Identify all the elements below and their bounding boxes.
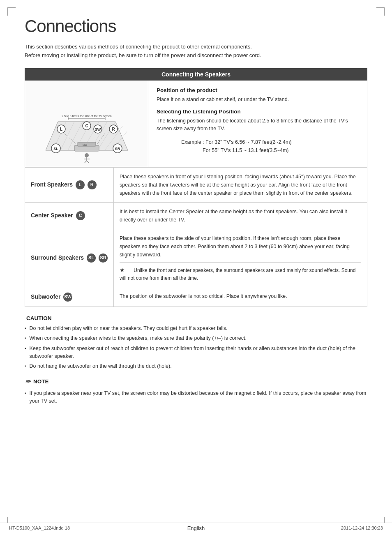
footer-right: 2011-12-24 12:30:23	[341, 525, 383, 530]
speaker-row: Surround Speakers SL SR Place these spea…	[25, 229, 367, 287]
corner-tr	[376, 7, 385, 16]
svg-text:C: C	[85, 124, 88, 128]
speaker-star-note: ★ Unlike the front and center speakers, …	[120, 262, 361, 282]
intro-text: This section describes various methods o…	[25, 43, 367, 60]
speaker-label-cell: Surround Speakers SL SR	[25, 229, 114, 287]
example-32: For 32" TV's 6.56 ~ 7.87 feet(2~2.4m)	[205, 139, 292, 145]
speaker-diagram-svg: BD SL SR L R C SW	[33, 85, 140, 163]
caution-section: CAUTION Do not let children play with or…	[25, 315, 367, 371]
listening-title: Selecting the Listening Position	[157, 108, 359, 115]
position-info: Position of the product Place it on a st…	[148, 81, 367, 167]
speaker-table: Front Speakers L R Place these speakers …	[25, 167, 367, 307]
note-section: ✒ NOTE If you place a speaker near your …	[25, 377, 367, 406]
speaker-desc-cell: Place these speakers to the side of your…	[113, 229, 367, 287]
page-wrapper: Connections This section describes vario…	[0, 0, 392, 537]
speaker-description: The position of the subwoofer is not so …	[120, 292, 361, 300]
speaker-label-cell: Front Speakers L R	[25, 167, 114, 202]
section-header: Connecting the Speakers	[25, 68, 367, 81]
speaker-desc-cell: It is best to install the Center Spealer…	[113, 202, 367, 229]
speaker-badge: R	[88, 180, 97, 189]
speaker-row: Front Speakers L R Place these speakers …	[25, 167, 367, 202]
svg-line-31	[85, 161, 87, 163]
example-55: For 55" TV's 11.5 ~ 13.1 feet(3.5~4m)	[181, 148, 289, 153]
caution-item: Do not let children play with or near th…	[25, 325, 367, 332]
svg-text:BD: BD	[83, 143, 87, 147]
caution-list: Do not let children play with or near th…	[25, 325, 367, 371]
caution-item: When connecting the speaker wires to the…	[25, 334, 367, 342]
example-indent: Example : For 32" TV's 6.56 ~ 7.87 feet(…	[157, 138, 359, 154]
speaker-row: Center Speaker C It is best to install t…	[25, 202, 367, 229]
speaker-badge: SR	[99, 254, 108, 263]
diagram-info-row: BD SL SR L R C SW	[25, 81, 367, 167]
svg-point-28	[85, 153, 89, 157]
note-list: If you place a speaker near your TV set,…	[25, 389, 367, 406]
speaker-row: Subwoofer SW The position of the subwoof…	[25, 287, 367, 307]
speaker-description: Place these speakers in front of your li…	[120, 173, 361, 197]
example-label: Example :	[181, 139, 205, 145]
note-item: If you place a speaker near your TV set,…	[25, 389, 367, 406]
page-footer: HT-D5100_XAA_1224.indd 18 English 2011-1…	[0, 523, 392, 533]
speaker-badge: SL	[87, 254, 96, 263]
svg-text:SR: SR	[115, 147, 120, 151]
speaker-desc-cell: The position of the subwoofer is not so …	[113, 287, 367, 307]
svg-text:2.5 to 3 times the size of the: 2.5 to 3 times the size of the TV screen	[62, 115, 111, 118]
svg-text:SW: SW	[95, 127, 101, 131]
footer-center: English	[187, 525, 205, 531]
page-title: Connections	[25, 16, 367, 36]
svg-line-32	[87, 161, 89, 163]
speaker-description: Place these speakers to the side of your…	[120, 234, 361, 259]
svg-text:R: R	[112, 127, 115, 131]
speaker-label-cell: Center Speaker C	[25, 202, 114, 229]
footer-left: HT-D5100_XAA_1224.indd 18	[9, 525, 70, 530]
speaker-badge: SW	[63, 293, 72, 302]
note-icon: ✒	[25, 377, 31, 386]
speaker-label-cell: Subwoofer SW	[25, 287, 114, 307]
corner-tl	[7, 7, 16, 16]
note-title: ✒ NOTE	[25, 377, 367, 386]
listening-text: The listening position should be located…	[157, 117, 359, 133]
speaker-description: It is best to install the Center Spealer…	[120, 207, 361, 224]
speaker-desc-cell: Place these speakers in front of your li…	[113, 167, 367, 202]
caution-item: Do not hang the subwoofer on the wall th…	[25, 362, 367, 370]
position-text: Place it on a stand or cabinet shelf, or…	[157, 96, 359, 104]
svg-text:SL: SL	[53, 147, 58, 151]
speaker-badge: L	[76, 180, 85, 189]
caution-title: CAUTION	[25, 315, 367, 321]
speaker-badge: C	[76, 211, 85, 220]
svg-text:L: L	[60, 127, 62, 131]
caution-item: Keep the subwoofer speaker out of reach …	[25, 345, 367, 361]
position-title: Position of the product	[157, 87, 359, 93]
diagram-area: BD SL SR L R C SW	[25, 81, 148, 167]
